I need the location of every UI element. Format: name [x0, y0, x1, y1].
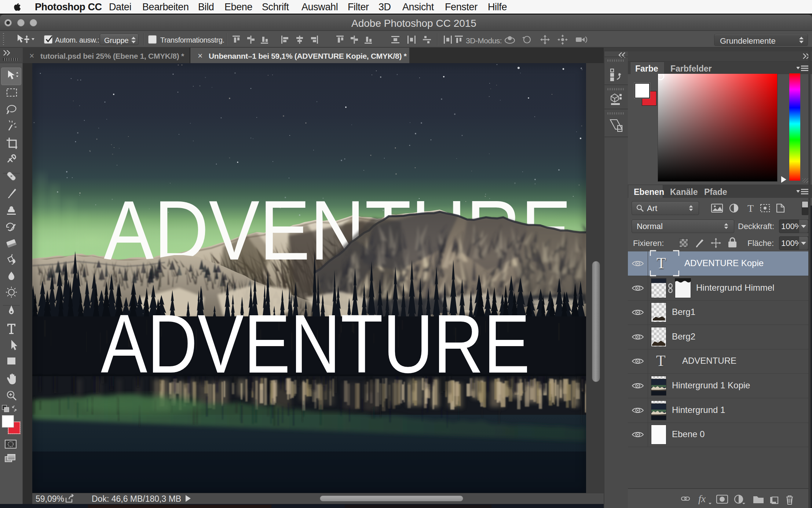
svg-text:T: T: [747, 203, 754, 214]
svg-text:ADVENTURE: ADVENTURE: [101, 297, 530, 390]
svg-text:fx: fx: [698, 493, 706, 504]
